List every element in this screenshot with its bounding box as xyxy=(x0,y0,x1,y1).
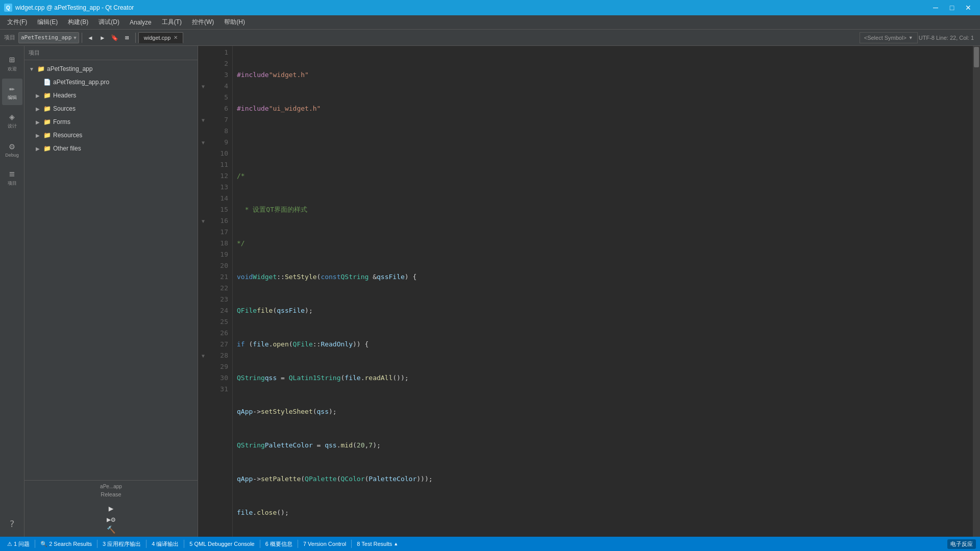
status-search[interactable]: 🔍 2 Search Results xyxy=(37,537,95,551)
fold-arrow-3 xyxy=(198,69,208,81)
project-header: 项目 xyxy=(24,46,198,60)
fold-arrow-25 xyxy=(198,316,208,328)
bookmark-button[interactable]: 🔖 xyxy=(109,32,120,43)
menu-build[interactable]: 构建(B) xyxy=(63,16,93,29)
title-bar: Q widget.cpp @ aPetTesting_app - Qt Crea… xyxy=(0,0,980,15)
status-overview[interactable]: 6 概要信息 xyxy=(262,537,296,551)
minimize-button[interactable]: ─ xyxy=(928,0,943,15)
code-lines[interactable]: #include "widget.h" #include "ui_widget.… xyxy=(233,46,973,537)
toolbar-separator xyxy=(82,33,82,43)
fold-arrow-30 xyxy=(198,372,208,384)
fold-arrow-21 xyxy=(198,271,208,283)
sidebar-item-edit[interactable]: ✏ 编辑 xyxy=(2,79,22,105)
release-label: Release xyxy=(29,491,193,497)
build-button[interactable]: 🔨 xyxy=(107,525,115,534)
nav-forward-button[interactable]: ▶ xyxy=(97,32,108,43)
menu-help[interactable]: 帮助(H) xyxy=(219,16,250,29)
menu-controls[interactable]: 控件(W) xyxy=(187,16,219,29)
app-name-label: aPe...app xyxy=(29,484,193,489)
status-sep-3 xyxy=(146,540,146,548)
tree-item-pro[interactable]: 📄 aPetTesting_app.pro xyxy=(24,76,198,89)
maximize-button[interactable]: □ xyxy=(944,0,960,15)
window-title: widget.cpp @ aPetTesting_app - Qt Creato… xyxy=(15,4,928,11)
resources-icon: 📁 xyxy=(43,132,51,139)
close-doc-button[interactable]: ⊠ xyxy=(121,32,133,43)
tree-item-resources[interactable]: ▶ 📁 Resources xyxy=(24,129,198,142)
fold-arrow-9[interactable]: ▼ xyxy=(198,137,208,148)
tree-root-label: aPetTesting_app xyxy=(47,65,92,72)
design-icon: ◈ xyxy=(9,111,15,122)
menu-edit[interactable]: 编辑(E) xyxy=(32,16,63,29)
status-app-output[interactable]: 3 应用程序输出 xyxy=(100,537,144,551)
file-tab-widget-cpp[interactable]: widget.cpp ✕ xyxy=(138,32,184,43)
code-content[interactable]: ▼ ▼ ▼ ▼ xyxy=(198,46,980,537)
toolbar: 项目 aPetTesting_app ▼ ◀ ▶ 🔖 ⊠ widget.cpp … xyxy=(0,30,980,46)
sidebar-item-debug[interactable]: ⚙ Debug xyxy=(2,136,22,162)
play-buttons: ▶ ▶⚙ 🔨 xyxy=(24,500,198,537)
code-editor: ▼ ▼ ▼ ▼ xyxy=(198,46,980,537)
fold-arrow-10 xyxy=(198,148,208,159)
welcome-icon: ⊞ xyxy=(9,54,15,65)
status-problems[interactable]: ⚠ 1 问题 xyxy=(4,537,33,551)
run-button[interactable]: ▶ xyxy=(109,504,114,513)
fold-arrow-7[interactable]: ▼ xyxy=(198,114,208,126)
tree-item-forms[interactable]: ▶ 📁 Forms xyxy=(24,115,198,129)
sidebar-item-projects[interactable]: ≡ 项目 xyxy=(2,164,22,191)
fold-arrow-19 xyxy=(198,249,208,260)
pro-file-icon: 📄 xyxy=(43,79,51,86)
sidebar-item-welcome[interactable]: ⊞ 欢迎 xyxy=(2,50,22,77)
code-line-3 xyxy=(237,137,973,148)
tree-arrow-other: ▶ xyxy=(35,146,41,152)
status-test-results[interactable]: 8 Test Results ▲ xyxy=(354,537,401,551)
menu-debug[interactable]: 调试(D) xyxy=(93,16,125,29)
fold-arrow-5 xyxy=(198,92,208,103)
fold-arrow-18 xyxy=(198,238,208,249)
tree-sources-label: Sources xyxy=(53,105,76,112)
select-symbol-combo[interactable]: <Select Symbol> ▼ xyxy=(860,32,918,43)
scroll-thumb[interactable] xyxy=(974,47,979,67)
code-line-2: #include "ui_widget.h" xyxy=(237,103,973,114)
code-line-10: QString qss = QLatin1String(file.readAll… xyxy=(237,372,973,384)
fold-arrow-11 xyxy=(198,159,208,170)
tree-item-root[interactable]: ▼ 📁 aPetTesting_app xyxy=(24,62,198,76)
project-combo[interactable]: aPetTesting_app ▼ xyxy=(18,32,79,43)
menu-tools[interactable]: 工具(T) xyxy=(157,16,187,29)
code-line-5: * 设置QT界面的样式 xyxy=(237,204,973,215)
tree-headers-label: Headers xyxy=(53,92,76,99)
editor-scrollbar[interactable] xyxy=(973,46,980,537)
tree-other-label: Other files xyxy=(53,145,81,152)
tree-arrow-headers: ▶ xyxy=(35,93,41,98)
menu-bar: 文件(F) 编辑(E) 构建(B) 调试(D) Analyze 工具(T) 控件… xyxy=(0,15,980,30)
fold-arrow-4[interactable]: ▼ xyxy=(198,81,208,92)
menu-analyze[interactable]: Analyze xyxy=(125,17,157,28)
tree-item-sources[interactable]: ▶ 📁 Sources xyxy=(24,102,198,115)
tree-arrow-root: ▼ xyxy=(29,66,35,72)
tab-label: widget.cpp xyxy=(144,35,171,41)
brand-icon: 电子反应 xyxy=(947,539,976,549)
file-info: UTF-8 Line: 22, Col: 1 xyxy=(919,35,978,41)
warning-icon: ⚠ xyxy=(7,541,12,547)
status-sep-2 xyxy=(97,540,97,548)
nav-back-button[interactable]: ◀ xyxy=(85,32,96,43)
fold-arrow-15 xyxy=(198,204,208,215)
menu-file[interactable]: 文件(F) xyxy=(2,16,32,29)
run-debug-button[interactable]: ▶⚙ xyxy=(107,515,115,523)
close-button[interactable]: ✕ xyxy=(961,0,976,15)
tree-item-headers[interactable]: ▶ 📁 Headers xyxy=(24,89,198,102)
status-sep-7 xyxy=(351,540,352,548)
status-sep-4 xyxy=(184,540,184,548)
fold-arrow-16[interactable]: ▼ xyxy=(198,215,208,227)
fold-arrows: ▼ ▼ ▼ ▼ xyxy=(198,46,208,537)
status-compile-output[interactable]: 4 编译输出 xyxy=(149,537,182,551)
projects-icon: ≡ xyxy=(9,168,15,179)
status-qml-debugger[interactable]: 5 QML Debugger Console xyxy=(186,537,257,551)
project-panel: 项目 ▼ 📁 aPetTesting_app 📄 aPetTesting_app… xyxy=(24,46,198,537)
fold-arrow-28[interactable]: ▼ xyxy=(198,350,208,361)
sidebar-item-help[interactable]: ? xyxy=(2,510,22,537)
tree-pro-label: aPetTesting_app.pro xyxy=(53,79,109,86)
tab-close-icon[interactable]: ✕ xyxy=(174,35,178,40)
tree-arrow-resources: ▶ xyxy=(35,133,41,138)
status-version-control[interactable]: 7 Version Control xyxy=(300,537,349,551)
sidebar-item-design[interactable]: ◈ 设计 xyxy=(2,107,22,134)
tree-item-other-files[interactable]: ▶ 📁 Other files xyxy=(24,142,198,155)
